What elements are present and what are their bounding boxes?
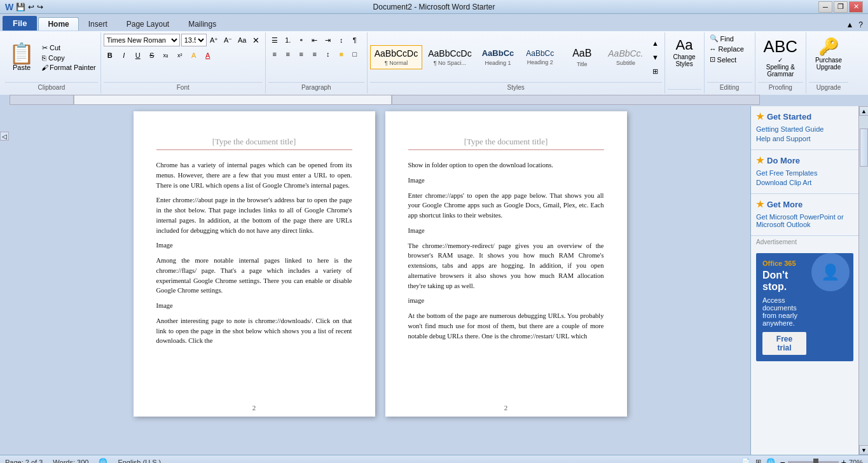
minimize-button[interactable]: ─ <box>818 1 832 13</box>
ad-trial-button[interactable]: Free trial <box>762 332 806 355</box>
close-button[interactable]: ✕ <box>849 1 863 13</box>
bullets-button[interactable]: ☰ <box>268 34 281 46</box>
download-clip-art-link[interactable]: Download Clip Art <box>756 179 853 186</box>
page-left-number: 2 <box>252 404 256 411</box>
get-free-templates-link[interactable]: Get Free Templates <box>756 169 853 177</box>
subscript-button[interactable]: x₂ <box>160 49 172 62</box>
svg-rect-1 <box>74 95 392 105</box>
shading-button[interactable]: ■ <box>335 48 348 60</box>
help-support-link[interactable]: Help and Support <box>756 135 853 142</box>
style-heading2[interactable]: AaBbCc Heading 2 <box>520 46 560 69</box>
scroll-down-button[interactable]: ▼ <box>859 445 868 455</box>
restore-button[interactable]: ❐ <box>834 1 848 13</box>
help-icon[interactable]: ? <box>856 19 865 31</box>
quick-save[interactable]: 💾 <box>16 3 25 11</box>
increase-indent-button[interactable]: ⇥ <box>322 34 334 46</box>
paste-button[interactable]: 📋 Paste <box>5 42 38 73</box>
change-styles-button[interactable]: Aa ChangeStyles <box>668 34 701 71</box>
tab-mailings[interactable]: Mailings <box>179 17 226 31</box>
strikethrough-button[interactable]: S <box>146 49 158 62</box>
numbering-button[interactable]: 1. <box>282 34 294 46</box>
style-normal[interactable]: AaBbCcDc ¶ Normal <box>370 45 422 70</box>
format-painter-icon: 🖌 <box>41 64 48 71</box>
paste-label: Paste <box>13 64 31 71</box>
align-left-button[interactable]: ≡ <box>268 48 281 60</box>
page-right-title[interactable]: [Type the document title] <box>408 137 604 150</box>
scroll-track[interactable] <box>859 116 868 445</box>
decrease-indent-button[interactable]: ⇤ <box>308 34 321 46</box>
view-full-screen[interactable]: ⊞ <box>755 458 761 463</box>
font-case-button[interactable]: Aa <box>236 34 249 46</box>
replace-button[interactable]: ↔ Replace <box>707 45 747 53</box>
word-count: Words: 300 <box>53 459 88 464</box>
zoom-out-button[interactable]: − <box>780 457 785 464</box>
scroll-up-button[interactable]: ▲ <box>859 106 868 116</box>
bold-button[interactable]: B <box>104 49 116 62</box>
styles-group-label: Styles <box>370 82 662 92</box>
font-color-button[interactable]: A <box>202 49 214 62</box>
clear-format-button[interactable]: ✕ <box>250 34 263 46</box>
ribbon-collapse-icon[interactable]: ▲ <box>843 19 856 31</box>
styles-more[interactable]: ⊞ <box>649 65 662 78</box>
copy-button[interactable]: ⎘ Copy <box>39 53 98 62</box>
font-grow-button[interactable]: A⁺ <box>208 34 221 46</box>
format-painter-button[interactable]: 🖌 Format Painter <box>39 63 98 72</box>
ruler-marker[interactable]: ◁ <box>0 132 9 141</box>
tab-file[interactable]: File <box>3 16 37 31</box>
quick-redo[interactable]: ↪ <box>37 3 43 11</box>
style-no-spacing[interactable]: AaBbCcDc ¶ No Spaci... <box>424 45 476 70</box>
purchase-upgrade-button[interactable]: 🔑 PurchaseUpgrade <box>809 34 848 74</box>
page-left-title[interactable]: [Type the document title] <box>156 137 352 150</box>
font-size-select[interactable]: 13.5 <box>181 34 207 46</box>
main-area: ◁ [Type the document title] Chrome has a… <box>0 106 868 455</box>
zoom-slider[interactable] <box>788 461 839 464</box>
get-office-apps-link[interactable]: Get Microsoft PowerPoint or Microsoft Ou… <box>756 213 853 228</box>
style-heading1[interactable]: AaBbCc Heading 1 <box>478 45 519 69</box>
superscript-button[interactable]: x² <box>174 49 186 62</box>
multilevel-button[interactable]: ⁌ <box>295 34 308 46</box>
ruler[interactable] <box>10 95 760 105</box>
ribbon-group-styles: AaBbCcDc ¶ Normal AaBbCcDc ¶ No Spaci...… <box>368 32 665 93</box>
view-web[interactable]: 🌐 <box>766 458 775 463</box>
justify-button[interactable]: ≡ <box>308 48 321 60</box>
align-right-button[interactable]: ≡ <box>295 48 308 60</box>
right-panel: ★ Get Started Getting Started Guide Help… <box>750 106 858 455</box>
view-print-layout[interactable]: 📄 <box>741 458 750 463</box>
replace-icon: ↔ <box>710 45 717 53</box>
cut-button[interactable]: ✂ Cut <box>39 43 98 53</box>
style-normal-preview: AaBbCcDc <box>375 48 418 59</box>
rpara-2-image: Image <box>408 176 604 186</box>
highlight-button[interactable]: A <box>188 49 200 62</box>
tab-page-layout[interactable]: Page Layout <box>117 17 179 31</box>
ribbon-group-proofing: ABC ✓ Spelling &Grammar Proofing <box>755 32 806 93</box>
ruler-right-margin <box>760 95 868 106</box>
align-center-button[interactable]: ≡ <box>282 48 294 60</box>
find-button[interactable]: 🔍 Find <box>707 34 736 43</box>
ribbon-tab-bar: File Home Insert Page Layout Mailings ▲ … <box>0 14 868 31</box>
scroll-thumb[interactable] <box>860 128 868 167</box>
style-title-preview: AaB <box>572 47 591 59</box>
italic-button[interactable]: I <box>118 49 130 62</box>
spelling-button[interactable]: ABC ✓ Spelling &Grammar <box>758 34 803 81</box>
do-more-title: ★ Do More <box>756 155 853 165</box>
show-formatting-button[interactable]: ¶ <box>348 34 361 46</box>
font-name-select[interactable]: Times New Roman <box>104 34 180 46</box>
font-shrink-button[interactable]: A⁻ <box>222 34 235 46</box>
zoom-in-button[interactable]: + <box>841 457 846 464</box>
styles-scroll-up[interactable]: ▲ <box>649 37 662 50</box>
do-more-section: ★ Do More Get Free Templates Download Cl… <box>751 150 858 194</box>
quick-undo[interactable]: ↩ <box>28 3 34 11</box>
style-subtitle[interactable]: AaBbCc. Subtitle <box>603 45 647 70</box>
tab-insert[interactable]: Insert <box>79 17 117 31</box>
line-spacing-button[interactable]: ↕ <box>322 48 334 60</box>
style-title[interactable]: AaB Title <box>561 44 602 70</box>
sort-button[interactable]: ↕ <box>335 34 348 46</box>
ribbon-group-paragraph: ☰ 1. ⁌ ⇤ ⇥ ↕ ¶ ≡ ≡ ≡ ≡ ↕ ■ □ Paragraph <box>266 32 368 93</box>
underline-button[interactable]: U <box>132 49 144 62</box>
border-button[interactable]: □ <box>348 48 361 60</box>
tab-home[interactable]: Home <box>38 17 78 31</box>
select-button[interactable]: ⊡ Select <box>707 55 740 64</box>
styles-scroll-down[interactable]: ▼ <box>649 51 662 64</box>
page-right-number: 2 <box>504 404 508 411</box>
getting-started-guide-link[interactable]: Getting Started Guide <box>756 125 853 133</box>
